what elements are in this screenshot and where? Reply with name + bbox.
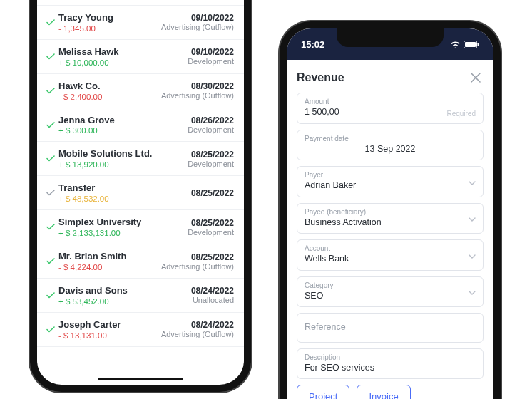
transaction-row[interactable]: Hawk Co.- $ 2,400.0008/30/2022Advertisin… [37,74,244,108]
transaction-date: 08/25/2022 [188,150,234,160]
transaction-date: 09/10/2022 [161,13,234,23]
transaction-main: Tracy Young- 1,345.00 [58,12,161,33]
transaction-category: Development [188,228,234,237]
revenue-form: Revenue Amount 1 500,00 Required Payment… [287,60,493,399]
category-field[interactable]: Category SEO [297,276,484,308]
check-icon [43,88,58,94]
amount-field[interactable]: Amount 1 500,00 Required [297,93,484,124]
account-value: Wells Bank [305,253,476,266]
payee-label: Payee (beneficiary) [305,208,476,217]
svg-rect-2 [478,43,479,46]
transaction-name: Transfer [58,182,191,195]
description-label: Description [305,353,476,362]
category-value: SEO [305,290,476,303]
transaction-meta: 08/24/2022Unallocated [191,286,234,304]
battery-icon [464,41,479,48]
reference-placeholder: Reference [305,321,476,334]
transaction-amount: + $ 13,920.00 [58,160,188,169]
payment-date-label: Payment date [305,135,476,143]
payer-field[interactable]: Payer Adrian Baker [297,166,484,197]
status-time: 15:02 [301,39,324,50]
transaction-row[interactable]: Mr. Brian Smith- $ 4,224.0008/25/2022Adv… [37,244,244,279]
phone-notch [337,28,444,47]
check-icon [43,224,58,230]
transaction-category: Development [188,160,234,168]
transaction-meta: 08/26/2022Development [188,115,234,134]
payee-field[interactable]: Payee (beneficiary) Business Activation [297,203,484,234]
transaction-date: 08/25/2022 [188,218,234,228]
project-button[interactable]: Project [297,385,349,399]
transaction-date: 09/10/2022 [188,47,234,57]
transaction-name: Hawk Co. [58,81,161,93]
transaction-row[interactable]: Tracy Young- 1,345.0009/10/2022Advertisi… [37,6,244,40]
transaction-date: 08/24/2022 [191,286,234,296]
transaction-date: 08/24/2022 [161,320,234,330]
action-row: Project Invoice [297,385,484,399]
transaction-main: Melissa Hawk+ $ 10,000.00 [58,46,188,67]
close-button[interactable] [468,70,484,86]
transaction-category: Development [188,125,234,134]
form-header: Revenue [297,67,484,93]
transaction-row[interactable]: Mobile Solutions Ltd.+ $ 13,920.0008/25/… [37,142,244,176]
description-field[interactable]: Description For SEO services [297,348,484,380]
phone-transactions: Simplex University+ $ 5,000.0009/14/2022… [30,0,251,392]
payment-date-field[interactable]: Payment date 13 Sep 2022 [297,130,484,161]
transaction-name: Joseph Carter [58,319,161,331]
account-field[interactable]: Account Wells Bank [297,239,484,271]
chevron-down-icon [469,212,476,224]
transaction-name: Jenna Grove [58,115,188,127]
transaction-row[interactable]: Melissa Hawk+ $ 10,000.0009/10/2022Devel… [37,40,244,74]
transaction-category: Advertising (Outflow) [161,23,234,31]
payer-value: Adrian Baker [305,180,476,192]
transaction-name: Mobile Solutions Ltd. [58,148,188,160]
amount-label: Amount [305,98,476,106]
transaction-category: Advertising (Outflow) [161,330,234,338]
transaction-name: Melissa Hawk [58,46,188,58]
transaction-row[interactable]: Jenna Grove+ $ 300.0008/26/2022Developme… [37,108,244,142]
transaction-main: Jenna Grove+ $ 300.00 [58,115,188,135]
transaction-main: Transfer+ $ 48,532.00 [58,182,191,203]
invoice-button[interactable]: Invoice [357,385,410,399]
chevron-down-icon [469,249,476,261]
transaction-row[interactable]: Simplex University+ $ 5,000.0009/14/2022… [37,0,244,6]
transaction-date: 08/26/2022 [188,115,234,125]
transaction-amount: - $ 2,400.00 [58,93,161,101]
check-icon [43,122,58,128]
transaction-list[interactable]: Simplex University+ $ 5,000.0009/14/2022… [37,0,244,379]
svg-rect-1 [465,42,476,47]
check-icon [43,155,58,162]
transaction-meta: 09/10/2022Advertising (Outflow) [161,13,234,31]
home-indicator [98,378,183,380]
transaction-category: Unallocated [191,296,234,304]
transaction-date: 08/25/2022 [191,188,234,198]
transaction-meta: 08/30/2022Advertising (Outflow) [161,81,234,100]
chevron-down-icon [469,175,476,188]
transaction-main: Mobile Solutions Ltd.+ $ 13,920.00 [58,148,188,169]
transaction-amount: - 1,345.00 [58,24,161,33]
transaction-row[interactable]: Davis and Sons+ $ 53,452.0008/24/2022Una… [37,279,244,313]
transaction-category: Advertising (Outflow) [161,262,234,271]
transaction-meta: 08/25/2022Development [188,218,234,237]
transaction-row[interactable]: Transfer+ $ 48,532.0008/25/2022 [37,176,244,210]
category-label: Category [305,281,476,290]
payment-date-value: 13 Sep 2022 [305,143,476,156]
transaction-name: Mr. Brian Smith [58,251,161,263]
transaction-main: Joseph Carter- $ 13,131.00 [58,319,161,340]
payee-value: Business Activation [305,217,476,229]
transaction-row[interactable]: Simplex University+ $ 2,133,131.0008/25/… [37,210,244,244]
transaction-meta: 08/25/2022Development [188,150,234,168]
transaction-row[interactable]: Joseph Carter- $ 13,131.0008/24/2022Adve… [37,313,244,347]
transaction-name: Tracy Young [58,12,161,24]
close-icon [471,73,481,83]
wifi-icon [450,41,461,48]
transaction-amount: - $ 4,224.00 [58,263,161,271]
check-icon [43,19,58,26]
reference-field[interactable]: Reference [297,313,484,343]
transaction-amount: + $ 10,000.00 [58,58,188,67]
required-hint: Required [446,110,476,118]
transaction-main: Mr. Brian Smith- $ 4,224.00 [58,251,161,271]
check-icon [43,53,58,60]
check-icon [43,258,58,264]
transaction-name: Davis and Sons [58,285,191,297]
transaction-amount: - $ 13,131.00 [58,331,161,340]
